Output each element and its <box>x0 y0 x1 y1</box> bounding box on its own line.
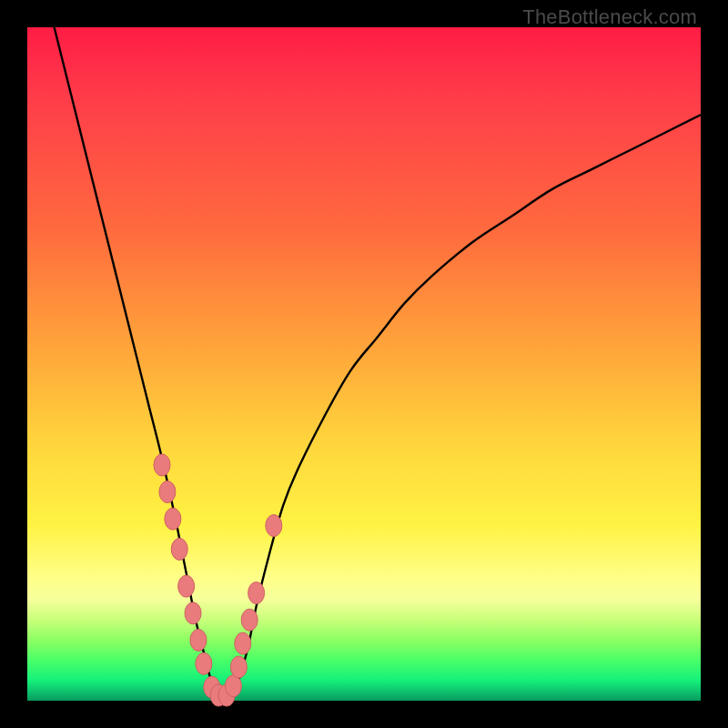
data-point-marker <box>159 481 176 503</box>
bottleneck-curve-path <box>55 27 701 698</box>
data-point-marker <box>185 602 201 624</box>
chart-frame: TheBottleneck.com <box>0 0 728 728</box>
data-point-marker <box>154 454 170 476</box>
data-point-marker <box>235 632 251 654</box>
data-point-marker <box>230 656 247 678</box>
watermark-text: TheBottleneck.com <box>522 5 697 29</box>
data-point-marker <box>266 515 282 537</box>
data-point-marker <box>165 508 181 530</box>
data-point-marker <box>241 609 258 631</box>
data-point-marker <box>196 652 212 674</box>
data-point-marker <box>171 539 187 561</box>
bottleneck-curve <box>55 27 701 698</box>
data-point-marker <box>178 575 195 597</box>
plot-area <box>27 27 701 701</box>
data-point-marker <box>190 629 207 651</box>
data-point-marker <box>248 582 265 604</box>
curve-layer <box>27 27 701 701</box>
